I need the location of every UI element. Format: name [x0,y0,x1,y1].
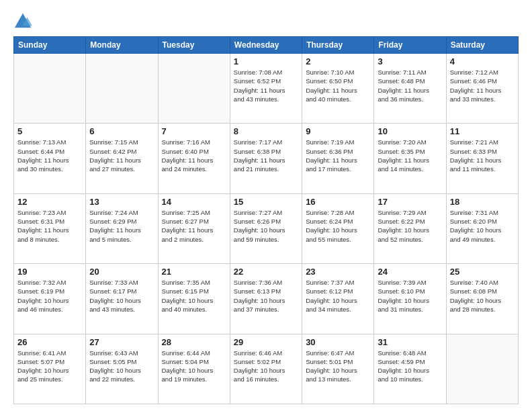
day-number: 1 [234,56,298,66]
calendar-cell: 24Sunrise: 7:39 AM Sunset: 6:10 PM Dayli… [374,264,446,334]
day-info: Sunrise: 7:17 AM Sunset: 6:38 PM Dayligh… [234,138,298,173]
day-number: 23 [306,267,370,277]
day-info: Sunrise: 6:48 AM Sunset: 4:59 PM Dayligh… [378,349,442,384]
day-number: 15 [234,197,298,207]
calendar-cell [446,334,518,404]
day-number: 26 [17,337,82,347]
calendar-cell: 10Sunrise: 7:20 AM Sunset: 6:35 PM Dayli… [374,124,446,193]
day-info: Sunrise: 7:40 AM Sunset: 6:08 PM Dayligh… [450,278,515,314]
calendar-cell: 9Sunrise: 7:19 AM Sunset: 6:36 PM Daylig… [302,124,374,193]
day-info: Sunrise: 6:44 AM Sunset: 5:04 PM Dayligh… [162,349,226,384]
day-info: Sunrise: 7:29 AM Sunset: 6:22 PM Dayligh… [378,208,442,244]
calendar-cell: 3Sunrise: 7:11 AM Sunset: 6:48 PM Daylig… [374,54,446,124]
calendar-cell: 7Sunrise: 7:16 AM Sunset: 6:40 PM Daylig… [158,124,230,193]
calendar-cell: 25Sunrise: 7:40 AM Sunset: 6:08 PM Dayli… [446,264,518,334]
day-info: Sunrise: 7:10 AM Sunset: 6:50 PM Dayligh… [306,68,370,103]
day-number: 21 [162,267,226,277]
calendar-week-3: 12Sunrise: 7:23 AM Sunset: 6:31 PM Dayli… [14,193,519,263]
weekday-header-wednesday: Wednesday [230,37,302,54]
day-number: 17 [378,197,442,207]
day-info: Sunrise: 7:39 AM Sunset: 6:10 PM Dayligh… [378,278,442,314]
calendar-cell: 16Sunrise: 7:28 AM Sunset: 6:24 PM Dayli… [302,193,374,263]
day-number: 28 [162,337,226,347]
day-info: Sunrise: 6:43 AM Sunset: 5:05 PM Dayligh… [89,349,154,384]
day-info: Sunrise: 7:33 AM Sunset: 6:17 PM Dayligh… [89,278,154,314]
day-info: Sunrise: 7:13 AM Sunset: 6:44 PM Dayligh… [17,138,82,173]
calendar-cell: 28Sunrise: 6:44 AM Sunset: 5:04 PM Dayli… [158,334,230,404]
day-info: Sunrise: 7:21 AM Sunset: 6:33 PM Dayligh… [450,138,515,173]
day-number: 31 [378,337,442,347]
calendar-cell: 11Sunrise: 7:21 AM Sunset: 6:33 PM Dayli… [446,124,518,193]
calendar-cell: 29Sunrise: 6:46 AM Sunset: 5:02 PM Dayli… [230,334,302,404]
day-info: Sunrise: 7:28 AM Sunset: 6:24 PM Dayligh… [306,208,370,244]
calendar-cell: 13Sunrise: 7:24 AM Sunset: 6:29 PM Dayli… [86,193,158,263]
weekday-header-monday: Monday [86,37,158,54]
weekday-header-friday: Friday [374,37,446,54]
weekday-header-tuesday: Tuesday [158,37,230,54]
calendar-cell: 14Sunrise: 7:25 AM Sunset: 6:27 PM Dayli… [158,193,230,263]
day-info: Sunrise: 6:47 AM Sunset: 5:01 PM Dayligh… [306,349,370,384]
calendar-cell: 8Sunrise: 7:17 AM Sunset: 6:38 PM Daylig… [230,124,302,193]
calendar-cell: 30Sunrise: 6:47 AM Sunset: 5:01 PM Dayli… [302,334,374,404]
day-info: Sunrise: 7:15 AM Sunset: 6:42 PM Dayligh… [89,138,154,173]
day-info: Sunrise: 7:36 AM Sunset: 6:13 PM Dayligh… [234,278,298,314]
day-info: Sunrise: 7:12 AM Sunset: 6:46 PM Dayligh… [450,68,515,103]
logo [13,12,35,31]
day-number: 5 [17,126,82,136]
day-info: Sunrise: 7:19 AM Sunset: 6:36 PM Dayligh… [306,138,370,173]
day-info: Sunrise: 7:23 AM Sunset: 6:31 PM Dayligh… [17,208,82,244]
header [13,12,519,31]
calendar-cell: 21Sunrise: 7:35 AM Sunset: 6:15 PM Dayli… [158,264,230,334]
day-number: 7 [162,126,226,136]
calendar-cell: 19Sunrise: 7:32 AM Sunset: 6:19 PM Dayli… [14,264,86,334]
calendar-cell: 15Sunrise: 7:27 AM Sunset: 6:26 PM Dayli… [230,193,302,263]
day-number: 30 [306,337,370,347]
calendar-week-1: 1Sunrise: 7:08 AM Sunset: 6:52 PM Daylig… [14,54,519,124]
day-number: 12 [17,197,82,207]
day-number: 25 [450,267,515,277]
day-number: 4 [450,56,515,66]
calendar-cell [14,54,86,124]
day-info: Sunrise: 6:41 AM Sunset: 5:07 PM Dayligh… [17,349,82,384]
day-info: Sunrise: 7:31 AM Sunset: 6:20 PM Dayligh… [450,208,515,244]
weekday-header-sunday: Sunday [14,37,86,54]
calendar-cell: 6Sunrise: 7:15 AM Sunset: 6:42 PM Daylig… [86,124,158,193]
calendar-cell: 4Sunrise: 7:12 AM Sunset: 6:46 PM Daylig… [446,54,518,124]
calendar-cell [86,54,158,124]
day-number: 11 [450,126,515,136]
calendar-cell: 26Sunrise: 6:41 AM Sunset: 5:07 PM Dayli… [14,334,86,404]
calendar-cell: 22Sunrise: 7:36 AM Sunset: 6:13 PM Dayli… [230,264,302,334]
day-number: 20 [89,267,154,277]
day-info: Sunrise: 7:35 AM Sunset: 6:15 PM Dayligh… [162,278,226,314]
day-number: 3 [378,56,442,66]
calendar-cell: 1Sunrise: 7:08 AM Sunset: 6:52 PM Daylig… [230,54,302,124]
day-number: 6 [89,126,154,136]
day-info: Sunrise: 7:20 AM Sunset: 6:35 PM Dayligh… [378,138,442,173]
day-number: 29 [234,337,298,347]
calendar-cell: 27Sunrise: 6:43 AM Sunset: 5:05 PM Dayli… [86,334,158,404]
day-info: Sunrise: 7:25 AM Sunset: 6:27 PM Dayligh… [162,208,226,244]
calendar-cell: 18Sunrise: 7:31 AM Sunset: 6:20 PM Dayli… [446,193,518,263]
day-info: Sunrise: 7:27 AM Sunset: 6:26 PM Dayligh… [234,208,298,244]
day-number: 24 [378,267,442,277]
day-number: 2 [306,56,370,66]
day-number: 13 [89,197,154,207]
day-number: 19 [17,267,82,277]
day-number: 8 [234,126,298,136]
calendar-cell: 23Sunrise: 7:37 AM Sunset: 6:12 PM Dayli… [302,264,374,334]
calendar-week-4: 19Sunrise: 7:32 AM Sunset: 6:19 PM Dayli… [14,264,519,334]
day-number: 18 [450,197,515,207]
calendar-cell: 12Sunrise: 7:23 AM Sunset: 6:31 PM Dayli… [14,193,86,263]
weekday-header-thursday: Thursday [302,37,374,54]
calendar-week-5: 26Sunrise: 6:41 AM Sunset: 5:07 PM Dayli… [14,334,519,404]
day-number: 10 [378,126,442,136]
day-number: 14 [162,197,226,207]
calendar-cell: 17Sunrise: 7:29 AM Sunset: 6:22 PM Dayli… [374,193,446,263]
day-info: Sunrise: 7:24 AM Sunset: 6:29 PM Dayligh… [89,208,154,244]
calendar-cell: 5Sunrise: 7:13 AM Sunset: 6:44 PM Daylig… [14,124,86,193]
logo-icon [13,12,32,31]
day-number: 9 [306,126,370,136]
day-info: Sunrise: 7:08 AM Sunset: 6:52 PM Dayligh… [234,68,298,103]
day-info: Sunrise: 7:16 AM Sunset: 6:40 PM Dayligh… [162,138,226,173]
page: SundayMondayTuesdayWednesdayThursdayFrid… [0,0,532,411]
